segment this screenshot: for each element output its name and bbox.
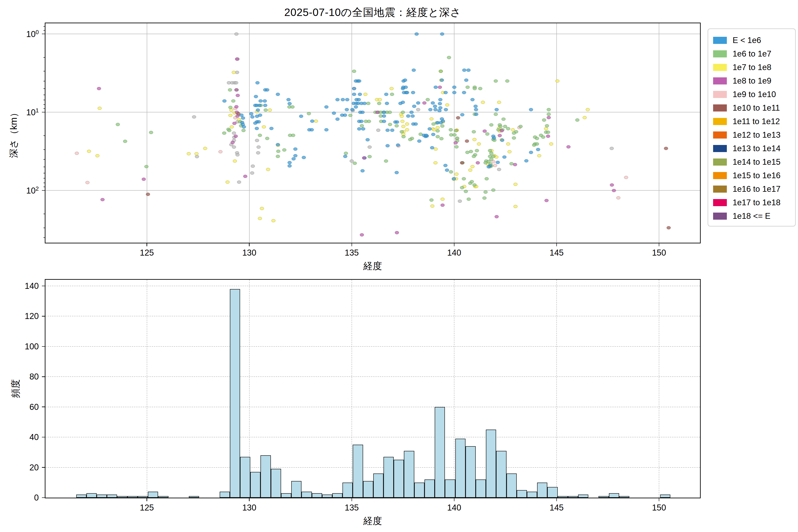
scatter-point xyxy=(390,87,394,90)
scatter-point xyxy=(401,101,405,104)
hist-bar xyxy=(414,482,424,498)
x-tick-label: 145 xyxy=(550,503,564,513)
scatter-point xyxy=(472,155,476,158)
gridline xyxy=(45,34,700,34)
scatter-point xyxy=(412,104,416,108)
scatter-point xyxy=(259,99,263,102)
hist-bar xyxy=(353,445,363,498)
gridline xyxy=(352,23,352,243)
scatter-point xyxy=(291,157,296,160)
scatter-point xyxy=(345,98,349,101)
hist-bar xyxy=(404,451,414,498)
scatter-point xyxy=(237,180,241,184)
scatter-point xyxy=(408,138,412,141)
scatter-point xyxy=(495,215,499,218)
scatter-point xyxy=(443,164,448,167)
scatter-point xyxy=(454,145,459,149)
scatter-point xyxy=(235,57,239,61)
scatter-point xyxy=(497,168,501,171)
scatter-point xyxy=(496,161,500,164)
scatter-point xyxy=(583,116,587,119)
scatter-point xyxy=(100,198,104,201)
scatter-point xyxy=(549,142,553,146)
scatter-point xyxy=(265,137,269,140)
scatter-point xyxy=(263,99,267,102)
scatter-point xyxy=(500,138,504,142)
scatter-point xyxy=(400,115,404,118)
scatter-point xyxy=(382,114,386,118)
axes-spine-left xyxy=(45,279,45,498)
hist-bar xyxy=(373,474,383,498)
scatter-point xyxy=(440,32,444,36)
legend-item: 1e12 to 1e13 xyxy=(713,128,795,141)
scatter-point xyxy=(474,108,478,111)
scatter-point xyxy=(395,124,399,128)
scatter-point xyxy=(470,98,475,101)
scatter-point xyxy=(406,114,410,118)
scatter-point xyxy=(293,154,298,157)
scatter-point xyxy=(481,101,485,104)
y-tick-label: 0 xyxy=(12,493,39,502)
scatter-point xyxy=(547,108,551,111)
scatter-point xyxy=(415,32,419,36)
scatter-point xyxy=(218,150,223,153)
legend-swatch xyxy=(713,118,727,125)
hist-bar xyxy=(424,479,435,498)
scatter-point xyxy=(411,114,415,118)
scatter-point xyxy=(390,129,394,132)
scatter-point xyxy=(95,154,99,157)
gridline xyxy=(45,467,700,468)
scatter-point xyxy=(473,87,477,90)
gridline xyxy=(45,376,700,377)
legend-swatch xyxy=(713,77,727,84)
scatter-point xyxy=(332,112,336,115)
hist-bar xyxy=(558,496,568,498)
scatter-point xyxy=(443,91,448,94)
scatter-point xyxy=(400,130,404,133)
hist-bar xyxy=(476,479,486,498)
scatter-point xyxy=(433,161,438,165)
hist-bar xyxy=(342,482,353,498)
x-tick-label: 125 xyxy=(140,248,154,258)
scatter-point xyxy=(310,119,314,123)
legend-label: 1e12 to 1e13 xyxy=(733,130,780,140)
legend-label: 1e15 to 1e16 xyxy=(733,171,780,180)
scatter-point xyxy=(476,161,480,165)
gridline xyxy=(556,23,557,243)
y-tick-label: 102 xyxy=(12,185,39,196)
axes-spine-top xyxy=(45,279,700,280)
scatter-point xyxy=(405,91,409,94)
scatter-point xyxy=(362,156,366,159)
scatter-point xyxy=(422,101,426,104)
scatter-point xyxy=(428,127,432,131)
scatter-point xyxy=(456,116,460,119)
scatter-point xyxy=(575,118,580,122)
scatter-point xyxy=(440,78,444,82)
scatter-point xyxy=(222,131,226,135)
scatter-point xyxy=(506,142,510,146)
scatter-point xyxy=(222,99,227,102)
legend-item: 1e15 to 1e16 xyxy=(713,169,795,182)
scatter-point xyxy=(241,129,246,132)
scatter-point xyxy=(495,108,499,111)
hist-bar xyxy=(230,289,240,498)
scatter-point xyxy=(363,93,367,96)
gridline xyxy=(45,286,700,287)
scatter-point xyxy=(314,119,318,123)
x-tick-label: 150 xyxy=(652,248,666,258)
figure: 2025-07-10の全国地震：経度と深さ 125130135140145150… xyxy=(0,0,798,532)
legend-swatch xyxy=(713,145,727,152)
scatter-point xyxy=(436,129,440,133)
y-tick-label: 20 xyxy=(12,463,39,472)
legend-item: E < 1e6 xyxy=(713,34,795,47)
y-tick-label: 120 xyxy=(12,311,39,321)
hist-bar xyxy=(271,469,281,498)
scatter-point xyxy=(468,169,472,172)
legend-swatch xyxy=(713,131,727,138)
hist-bar xyxy=(220,492,230,498)
scatter-point xyxy=(487,165,491,169)
axes-spine-left xyxy=(45,23,45,243)
scatter-point xyxy=(235,94,240,97)
scatter-point xyxy=(384,93,388,96)
legend-swatch xyxy=(713,186,727,193)
